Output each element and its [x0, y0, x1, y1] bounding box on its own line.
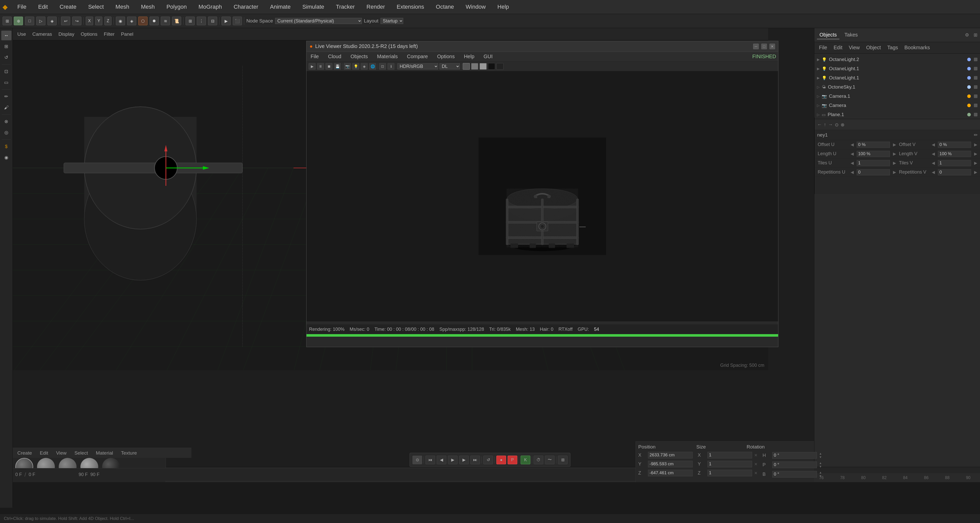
mode-select-btn[interactable]: ⊞	[3, 17, 12, 25]
tool-render-btn[interactable]: ⬡	[138, 17, 148, 25]
timeline-btn[interactable]: ⏱	[534, 456, 543, 464]
mat-tab-create[interactable]: Create	[15, 450, 34, 456]
uv-tiles-u-plus[interactable]: ▶	[893, 161, 896, 165]
uv-tiles-v-plus[interactable]: ▶	[974, 161, 977, 165]
render-preview-btn[interactable]: ▶	[221, 17, 231, 25]
menu-mograph[interactable]: MoGraph	[197, 3, 224, 11]
oct-color1[interactable]	[463, 63, 470, 70]
mat-tab-view[interactable]: View	[54, 450, 68, 456]
layout-select[interactable]: Startup	[380, 18, 403, 24]
tool-model-btn[interactable]: ◉	[116, 17, 125, 25]
anim-record-btn[interactable]: ●	[496, 456, 506, 464]
open-btn[interactable]: ▷	[36, 17, 45, 25]
obj-item-2[interactable]: ▶ 💡 OctaneLight.1	[815, 73, 980, 83]
vp-use-btn[interactable]: Use	[15, 31, 29, 38]
uv-length-u-input[interactable]	[857, 151, 890, 157]
oct-menu-help[interactable]: Help	[462, 53, 476, 60]
oct-pause-btn[interactable]: ⏸	[317, 63, 324, 70]
uv-reps-u-minus[interactable]: ◀	[851, 170, 854, 175]
snap-frame-btn[interactable]: ⊞	[558, 456, 568, 464]
rot-h-input[interactable]	[772, 452, 817, 459]
uv-tiles-u-input[interactable]	[857, 160, 890, 166]
pos-z-input[interactable]	[648, 470, 693, 476]
next-frame-btn[interactable]: ▶	[459, 456, 469, 464]
menu-simulate[interactable]: Simulate	[301, 3, 326, 11]
uv-texture-edit-btn[interactable]: ✏	[974, 132, 978, 138]
size-y-input[interactable]	[708, 461, 752, 467]
panel-settings-icon[interactable]: ⚙	[965, 32, 969, 38]
tool-script-btn[interactable]: 📜	[172, 17, 181, 25]
vp-panel-btn[interactable]: Panel	[118, 31, 136, 38]
rp-object-tab[interactable]: Object	[864, 44, 883, 52]
octane-dl-select[interactable]: DL	[439, 63, 460, 70]
oct-menu-materials[interactable]: Materials	[375, 53, 400, 60]
uv-reps-u-plus[interactable]: ▶	[893, 170, 896, 175]
rp-file-tab[interactable]: File	[816, 44, 830, 52]
next-key-btn[interactable]: ⏭	[470, 456, 480, 464]
octane-close-btn[interactable]: ✕	[770, 44, 775, 49]
vp-options-btn[interactable]: Options	[78, 31, 100, 38]
prev-frame-btn[interactable]: ◀	[437, 456, 446, 464]
rp-edit-tab[interactable]: Edit	[831, 44, 845, 52]
uv-reps-v-plus[interactable]: ▶	[974, 170, 977, 175]
menu-animate[interactable]: Animate	[268, 3, 293, 11]
sidebar-icon-rotate[interactable]: ↺	[1, 52, 11, 62]
redo-btn[interactable]: ↪	[72, 17, 81, 25]
menu-file[interactable]: File	[15, 3, 28, 11]
sidebar-icon-shader[interactable]: ◉	[1, 153, 11, 162]
rot-p-input[interactable]	[772, 461, 817, 468]
menu-mesh2[interactable]: Mesh	[139, 3, 157, 11]
oct-env-btn[interactable]: 🌐	[369, 63, 376, 70]
uv-length-v-input[interactable]	[938, 151, 971, 157]
tool-texture-btn[interactable]: ◈	[127, 17, 136, 25]
menu-mesh[interactable]: Mesh	[114, 3, 131, 11]
mat-tab-edit[interactable]: Edit	[38, 450, 50, 456]
obj-item-4[interactable]: ▷ 📷 Camera.1	[815, 92, 980, 101]
uv-length-v-plus[interactable]: ▶	[974, 151, 977, 156]
uv-reps-v-minus[interactable]: ◀	[932, 170, 935, 175]
uv-home-btn[interactable]: ⊙	[835, 122, 838, 128]
menu-polygon[interactable]: Polygon	[164, 3, 189, 11]
sidebar-icon-brush[interactable]: 🖌	[1, 103, 11, 112]
rot-p-spinner[interactable]: ▲▼	[819, 461, 824, 468]
uv-reps-v-input[interactable]	[938, 169, 971, 175]
oct-color3[interactable]	[479, 63, 487, 70]
menu-help[interactable]: Help	[495, 3, 511, 11]
menu-render[interactable]: Render	[364, 3, 387, 11]
rp-view-tab[interactable]: View	[846, 44, 862, 52]
z-coord-btn[interactable]: Z	[104, 17, 111, 25]
node-space-select[interactable]: Current (Standard/Physical)	[275, 18, 362, 24]
oct-mat-btn[interactable]: ◈	[361, 63, 368, 70]
uv-tiles-v-minus[interactable]: ◀	[932, 161, 935, 165]
oct-menu-objects[interactable]: Objects	[348, 53, 370, 60]
sidebar-icon-scale[interactable]: ⊞	[1, 41, 11, 51]
loop-btn[interactable]: ↺	[484, 456, 493, 464]
sidebar-icon-pen[interactable]: ✏	[1, 92, 11, 101]
uv-tiles-v-input[interactable]	[938, 160, 971, 166]
sidebar-icon-move[interactable]: ↔	[1, 31, 11, 40]
uv-offset-v-spinner-plus[interactable]: ▶	[974, 142, 977, 147]
uv-offset-u-input[interactable]	[857, 141, 890, 148]
oct-menu-gui[interactable]: GUI	[482, 53, 495, 60]
uv-tiles-u-minus[interactable]: ◀	[851, 161, 854, 165]
oct-menu-file[interactable]: File	[309, 53, 321, 60]
rot-b-input[interactable]	[772, 471, 817, 478]
tool-anim-btn[interactable]: ⏺	[150, 17, 159, 25]
menu-extensions[interactable]: Extensions	[395, 3, 426, 11]
sidebar-icon-sculpt[interactable]: ◎	[1, 128, 11, 137]
vp-filter-btn[interactable]: Filter	[101, 31, 117, 38]
uv-fwd-btn[interactable]: →	[828, 122, 833, 127]
obj-item-3[interactable]: ▷ 🌤 OctoneSky.1	[815, 83, 980, 92]
oct-stop-btn[interactable]: ⏹	[325, 63, 332, 70]
menu-window[interactable]: Window	[464, 3, 488, 11]
render-full-btn[interactable]: ⬛	[233, 17, 242, 25]
octane-hdr-select[interactable]: HDR/sRGB	[397, 63, 438, 70]
uv-length-u-plus[interactable]: ▶	[893, 151, 896, 156]
vp-cameras-btn[interactable]: Cameras	[30, 31, 55, 38]
pos-x-input[interactable]	[648, 452, 693, 458]
menu-create[interactable]: Create	[57, 3, 78, 11]
vp-display-btn[interactable]: Display	[56, 31, 77, 38]
wire-btn[interactable]: ⊟	[208, 17, 217, 25]
uv-length-u-minus[interactable]: ◀	[851, 151, 854, 156]
prev-key-btn[interactable]: ⏮	[425, 456, 435, 464]
